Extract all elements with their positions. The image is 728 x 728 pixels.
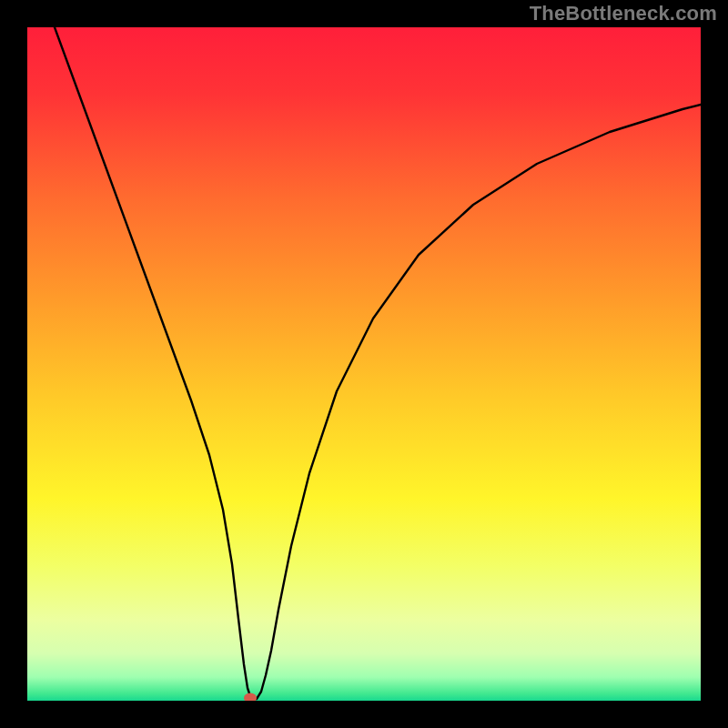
optimum-marker [244,693,257,702]
watermark-text: TheBottleneck.com [530,2,717,25]
chart-plot [27,27,701,701]
chart-frame: TheBottleneck.com [0,0,728,728]
bottleneck-curve [55,27,701,699]
